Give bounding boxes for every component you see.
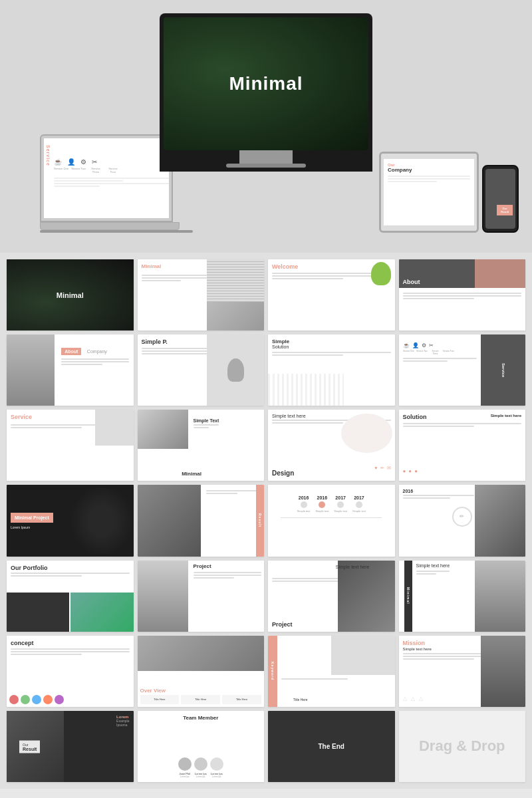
slide-28[interactable]: Drag & Drop (399, 711, 526, 782)
slide-13-swirl (70, 485, 133, 556)
slide-17-images (7, 593, 134, 632)
text-line (54, 180, 123, 182)
slide-18-content: Project (191, 561, 264, 583)
text-line (54, 183, 169, 184)
food-4 (43, 695, 53, 704)
slide-6-figure (227, 358, 244, 382)
slide-16[interactable]: 2016 ✏ (399, 485, 526, 556)
slide-25-result: Result (23, 746, 37, 751)
slide-8[interactable]: ☕ 👤 ⚙ ✂ Service One Service Two Service … (399, 334, 526, 406)
slide-27-the-end: The End (319, 743, 344, 750)
icon-label-2: Service Two (71, 167, 86, 174)
slide-15-years: 2016 Simple text 2016 Simple text 2017 S… (272, 495, 391, 513)
slide-21[interactable]: concept (7, 636, 134, 707)
tablet-frame: Our Company (379, 152, 479, 233)
slide-2-spiral (207, 259, 264, 302)
slide-4-accent (475, 259, 525, 288)
slide-5[interactable]: About Company (7, 334, 134, 406)
slide-8-icon-labels: Service One Service Two Service Three Se… (403, 350, 477, 355)
slide-17[interactable]: Our Portfolio (7, 561, 134, 632)
slide-10-content: Simple Text (191, 416, 222, 432)
slide-16-circle: ✏ (452, 507, 472, 527)
slide-8-content: ☕ 👤 ⚙ ✂ Service One Service Two Service … (399, 334, 481, 367)
slide-5-company: Company (87, 349, 107, 354)
slide-26-team: Team Member (142, 715, 261, 721)
food-1 (9, 695, 19, 704)
slide-16-image (475, 485, 525, 556)
slide-24-icons: △ △ △ (403, 696, 423, 702)
year-2: 2016 Simple text (315, 495, 329, 513)
slide-22-image (138, 636, 265, 672)
slide-15-content: 2016 Simple text 2016 Simple text 2017 S… (268, 485, 395, 517)
phone-device: Our Result (482, 165, 519, 233)
slide-2[interactable]: Minimal (138, 259, 265, 331)
tablet-company-title: Company (388, 167, 470, 173)
mission-icon-2: △ (411, 696, 415, 702)
slide-23-vertical: Keyword (268, 636, 277, 707)
slide-6[interactable]: Simple P. (138, 334, 265, 406)
slide-2-label: Minimal (142, 263, 207, 269)
slide-27-content: The End (268, 711, 395, 782)
slide-1[interactable]: Minimal (7, 259, 134, 331)
icon-scissors: ✂ (429, 342, 434, 348)
slide-23-keyword: Keyword (271, 662, 275, 680)
monitor-title: Minimal (229, 73, 303, 94)
food-3 (32, 695, 41, 704)
slide-19[interactable]: Simple text here Project (268, 561, 395, 632)
circle-icon-3: ● (414, 468, 418, 474)
slide-14[interactable]: Result (138, 485, 265, 556)
slide-12[interactable]: Solution Simple text here ● ● ● (399, 410, 526, 481)
service-icon-1: ☕ (54, 158, 62, 166)
slide-9[interactable]: Service (7, 410, 134, 481)
slide-7-solution: Solution (272, 344, 391, 349)
year-1: 2016 Simple text (297, 495, 311, 513)
slide-26[interactable]: Team Member Jane Phil Lorem Ips Lorem Ip… (138, 711, 265, 782)
food-5 (55, 695, 64, 704)
slide-24[interactable]: Mission Simple text here △ △ △ (399, 636, 526, 707)
slide-22[interactable]: Over View Title Here Title Here Title He… (138, 636, 265, 707)
slide-14-result: Result (256, 485, 264, 556)
service-icon-4: ✂ (92, 158, 97, 166)
slide-25[interactable]: Our Result Lorem Example Ipsuma (7, 711, 134, 782)
slide-3[interactable]: Welcome (268, 259, 395, 331)
slide-2-text: Minimal (138, 259, 211, 287)
overview-box-1: Title Here (140, 695, 180, 704)
slide-21-concept: concept (11, 640, 130, 646)
slide-4[interactable]: About (399, 259, 526, 331)
slide-20-label: Minimal (406, 587, 410, 604)
slide-27[interactable]: The End (268, 711, 395, 782)
slide-10[interactable]: Simple Text Minimal (138, 410, 265, 481)
slide-18[interactable]: Project (138, 561, 265, 632)
slide-15[interactable]: 2016 Simple text 2016 Simple text 2017 S… (268, 485, 395, 556)
slide-10-title: Simple Text (194, 418, 219, 423)
slide-23-content (279, 636, 395, 684)
circle-icon-2: ● (408, 468, 412, 474)
slide-13[interactable]: Minimal Project Lorem Ipsum (7, 485, 134, 556)
slide-8-service-panel: Service (481, 334, 525, 406)
hero-section: Minimal Service ☕ 👤 ⚙ ✂ Service One Serv… (0, 0, 532, 253)
food-2 (21, 695, 30, 704)
slide-11-icons: ♥ ✏ ✉ (374, 466, 390, 471)
slide-25-text: Lorem Example Ipsuma (116, 715, 129, 727)
slide-13-title: Minimal Project (15, 515, 49, 520)
slide-21-content: concept (7, 636, 134, 660)
slide-8-service-label: Service (501, 363, 505, 377)
slide-7[interactable]: Simple Solution (268, 334, 395, 406)
laptop-text-lines (54, 178, 169, 187)
service-icon-2: 👤 (67, 158, 75, 166)
slide-8-icons: ☕ 👤 ⚙ ✂ (403, 342, 477, 348)
circle-icon-1: ● (403, 468, 406, 474)
slide-20[interactable]: Minimal Simple text here (399, 561, 526, 632)
text-line (54, 186, 100, 187)
slide-23[interactable]: Keyword Title Here (268, 636, 395, 707)
slide-11-design: Design (272, 469, 294, 477)
slide-28-drag: Drag & Drop (419, 738, 505, 754)
slides-grid: Minimal Minimal Welcome About (0, 253, 532, 789)
slide-10-image (138, 410, 188, 449)
slide-20-content: Simple text here (414, 561, 453, 579)
slide-20-simple: Simple text here (416, 563, 450, 568)
slide-11[interactable]: Simple text here Design ♥ ✏ ✉ (268, 410, 395, 481)
icon-label-4: Service Four (106, 167, 120, 174)
laptop-screen-content: Service ☕ 👤 ⚙ ✂ Service One Service Two … (44, 138, 169, 218)
member-3: Lorem Ips Lorem Ips (210, 757, 223, 778)
